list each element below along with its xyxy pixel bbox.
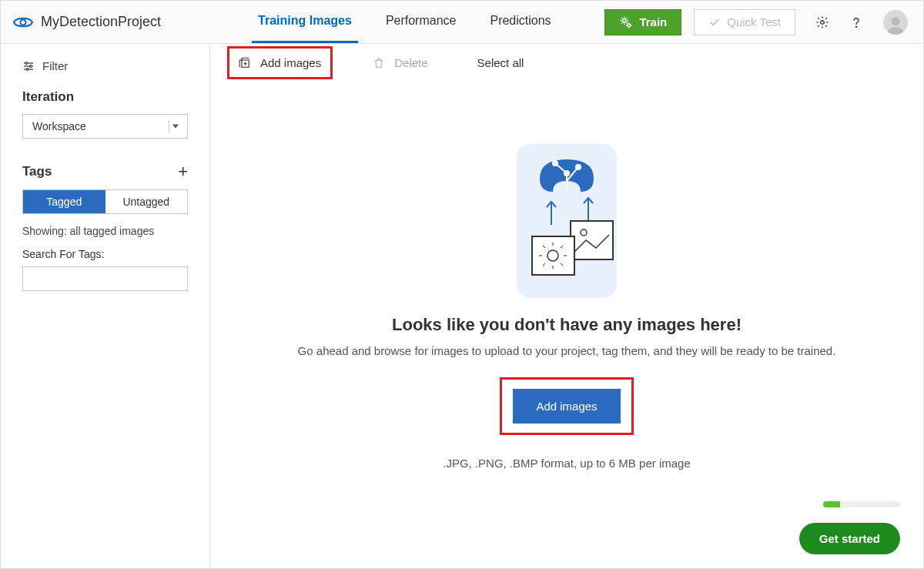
gear-icon[interactable]: [815, 15, 829, 29]
empty-state: Looks like you don't have any images her…: [210, 82, 923, 470]
nav-tabs: Training Images Performance Predictions: [252, 1, 557, 43]
tags-heading: Tags: [22, 164, 52, 179]
quick-test-label: Quick Test: [727, 15, 781, 28]
highlight-add-images-big: Add images: [500, 377, 633, 435]
toggle-tagged[interactable]: Tagged: [23, 190, 105, 213]
empty-illustration: [497, 144, 636, 298]
svg-marker-12: [172, 125, 179, 129]
logo-area: MyDetectionProject: [13, 14, 161, 30]
tab-predictions[interactable]: Predictions: [484, 1, 557, 43]
iteration-heading: Iteration: [22, 89, 188, 105]
header-icons: [815, 10, 908, 35]
toggle-untagged[interactable]: Untagged: [105, 190, 188, 213]
eye-icon: [13, 15, 33, 29]
quick-test-button: Quick Test: [694, 9, 795, 35]
add-images-label: Add images: [260, 56, 321, 69]
iteration-value: Workspace: [32, 120, 86, 132]
plus-icon[interactable]: +: [178, 162, 188, 182]
progress-bar: [823, 501, 900, 507]
select-all-button[interactable]: Select all: [468, 52, 534, 74]
project-name: MyDetectionProject: [41, 14, 161, 30]
svg-point-0: [21, 19, 26, 25]
svg-point-1: [623, 18, 627, 22]
svg-rect-27: [532, 236, 574, 275]
empty-title: Looks like you don't have any images her…: [392, 315, 742, 335]
svg-point-5: [892, 17, 900, 25]
train-button-label: Train: [639, 15, 667, 28]
sidebar: Filter Iteration Workspace Tags + Tagged…: [1, 44, 210, 568]
iteration-select[interactable]: Workspace: [22, 114, 188, 139]
select-all-label: Select all: [477, 56, 524, 69]
filter-label: Filter: [42, 59, 68, 72]
tag-toggle: Tagged Untagged: [22, 189, 188, 214]
progress-fill: [823, 501, 840, 507]
main-area: Add images Delete Select all: [210, 44, 923, 568]
tab-performance[interactable]: Performance: [380, 1, 463, 43]
delete-button: Delete: [363, 52, 437, 74]
toolbar: Add images Delete Select all: [210, 44, 923, 82]
chevron-down-icon: [169, 120, 181, 132]
add-images-primary-button[interactable]: Add images: [513, 389, 620, 423]
highlight-add-images: Add images: [227, 46, 333, 79]
gears-icon: [619, 15, 633, 29]
svg-point-4: [855, 26, 856, 27]
trash-icon: [373, 57, 385, 69]
sliders-icon: [22, 60, 35, 72]
showing-text: Showing: all tagged images: [22, 225, 188, 237]
train-button[interactable]: Train: [604, 9, 681, 35]
app-header: MyDetectionProject Training Images Perfo…: [1, 1, 923, 44]
svg-point-11: [26, 68, 28, 70]
get-started-button[interactable]: Get started: [799, 523, 900, 554]
delete-label: Delete: [394, 56, 427, 69]
add-images-button[interactable]: Add images: [229, 52, 330, 74]
svg-rect-25: [571, 221, 613, 259]
add-image-icon: [239, 57, 251, 69]
check-icon: [708, 16, 721, 28]
avatar[interactable]: [883, 10, 908, 35]
help-icon[interactable]: [849, 15, 863, 29]
bottom-right: Get started: [799, 501, 900, 554]
empty-subtitle: Go ahead and browse for images to upload…: [298, 344, 836, 357]
svg-point-2: [628, 23, 631, 26]
svg-point-3: [821, 20, 825, 24]
search-tags-label: Search For Tags:: [22, 248, 188, 260]
svg-point-9: [29, 65, 32, 67]
filter-row[interactable]: Filter: [22, 59, 188, 72]
format-hint: .JPG, .PNG, .BMP format, up to 6 MB per …: [443, 457, 691, 470]
search-tags-input[interactable]: [22, 266, 188, 291]
tab-training-images[interactable]: Training Images: [252, 1, 358, 43]
svg-point-7: [25, 62, 28, 64]
